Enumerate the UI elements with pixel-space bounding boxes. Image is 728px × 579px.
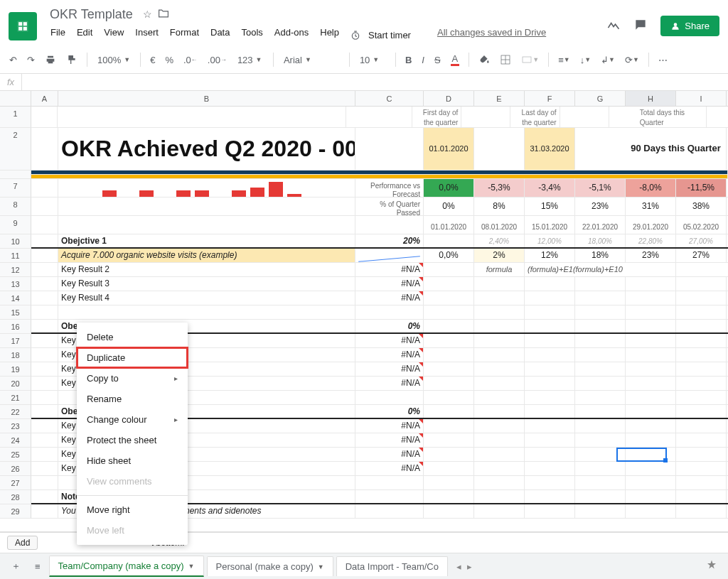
cell[interactable] (676, 419, 727, 433)
cell[interactable] (474, 277, 525, 291)
cell[interactable] (31, 320, 58, 332)
cell[interactable] (31, 448, 58, 461)
row-header[interactable]: 29 (0, 504, 31, 519)
cell[interactable]: 0,0% (424, 249, 474, 262)
cell[interactable]: Last day of the quarter (510, 107, 560, 127)
cell[interactable] (424, 476, 474, 489)
col-header-H[interactable]: H (626, 91, 676, 106)
cell[interactable]: #N/A (355, 263, 424, 276)
doc-title[interactable]: OKR Template (46, 6, 137, 23)
cell[interactable]: #N/A (355, 377, 424, 390)
col-header-G[interactable]: G (575, 91, 626, 106)
cell[interactable] (31, 334, 58, 347)
row-header[interactable]: 16 (0, 320, 31, 334)
cell[interactable] (676, 490, 727, 503)
cell[interactable] (525, 490, 575, 503)
row-header[interactable]: 17 (0, 334, 31, 348)
dec-increase-button[interactable]: .00→ (204, 52, 230, 68)
cell[interactable] (626, 334, 676, 347)
ctx-change-colour[interactable]: Change colour▸ (77, 409, 188, 430)
cell[interactable]: 18% (575, 249, 626, 262)
cell[interactable] (676, 476, 727, 489)
cell[interactable] (424, 462, 474, 475)
cell[interactable] (525, 377, 575, 390)
cell[interactable] (575, 462, 626, 475)
share-button[interactable]: Share (660, 16, 719, 36)
cell[interactable] (525, 433, 575, 447)
ctx-hide[interactable]: Hide sheet (77, 450, 188, 471)
borders-button[interactable] (496, 51, 515, 68)
cell[interactable] (58, 179, 355, 197)
cell[interactable] (676, 305, 727, 319)
cell[interactable] (626, 305, 676, 319)
cell[interactable]: (formula)+E1(formula)+E10 (525, 263, 676, 276)
cell[interactable] (626, 320, 676, 332)
cell[interactable] (676, 277, 727, 291)
cell[interactable] (626, 448, 676, 461)
cell[interactable]: Key Result 2 (58, 263, 355, 276)
cell[interactable] (626, 391, 676, 404)
row-header[interactable]: 22 (0, 405, 31, 419)
cell[interactable] (575, 476, 626, 489)
cell[interactable] (575, 391, 626, 404)
cell[interactable] (31, 197, 58, 215)
col-header-C[interactable]: C (355, 91, 424, 106)
v-align-button[interactable]: ↓▼ (577, 52, 594, 68)
cell[interactable] (58, 305, 355, 319)
cell[interactable] (31, 277, 58, 291)
menu-view[interactable]: View (99, 24, 129, 46)
cell[interactable]: #N/A (355, 348, 424, 362)
cell[interactable]: Key Result 4 (58, 291, 355, 305)
cell[interactable] (31, 249, 58, 262)
cell[interactable]: % of Quarter Passed (355, 197, 424, 215)
cell[interactable] (525, 448, 575, 461)
row-header[interactable]: 12 (0, 263, 31, 277)
cell[interactable] (355, 476, 424, 489)
menu-addons[interactable]: Add-ons (269, 24, 314, 46)
cell[interactable]: 22.01.2020 (575, 216, 626, 234)
cell[interactable] (31, 348, 58, 362)
cell[interactable] (626, 504, 676, 518)
cell[interactable] (575, 362, 626, 376)
row-header[interactable]: 23 (0, 419, 31, 433)
cell[interactable]: #N/A (355, 448, 424, 461)
cell[interactable]: 12% (525, 249, 575, 262)
percent-button[interactable]: % (161, 52, 177, 68)
row-header[interactable]: 2 (0, 128, 31, 171)
cell[interactable] (575, 405, 626, 418)
cell[interactable]: 2% (474, 249, 525, 262)
cell[interactable] (424, 277, 474, 291)
bold-button[interactable]: B (402, 52, 415, 68)
cell[interactable] (31, 462, 58, 475)
row-header[interactable]: 21 (0, 391, 31, 405)
cell[interactable]: 23% (626, 249, 676, 262)
cell[interactable] (58, 197, 355, 215)
cell[interactable] (676, 377, 727, 390)
cell[interactable] (525, 462, 575, 475)
merge-button[interactable]: ▼ (518, 51, 542, 68)
rotate-button[interactable]: ⟳▼ (621, 52, 643, 68)
menu-tools[interactable]: Tools (236, 24, 267, 46)
cell[interactable]: 01.01.2020 (424, 216, 474, 234)
cell[interactable]: -5,3% (474, 179, 525, 197)
cell[interactable] (355, 216, 424, 234)
cell[interactable]: 0,0% (424, 179, 474, 197)
menu-file[interactable]: File (46, 24, 70, 46)
cell[interactable] (474, 391, 525, 404)
cell[interactable] (676, 448, 727, 461)
col-header-E[interactable]: E (474, 91, 525, 106)
cell[interactable] (676, 348, 727, 362)
cell[interactable] (31, 490, 58, 503)
cell[interactable] (424, 362, 474, 376)
cell[interactable]: 22,80% (626, 234, 676, 247)
cell[interactable] (31, 263, 58, 276)
cell[interactable]: 0% (355, 320, 424, 332)
cell[interactable] (424, 405, 474, 418)
activity-icon[interactable] (606, 18, 621, 34)
cell[interactable] (461, 107, 510, 127)
cell[interactable] (355, 490, 424, 503)
cell[interactable] (31, 377, 58, 390)
cell[interactable] (626, 348, 676, 362)
cell[interactable]: -5,1% (575, 179, 626, 197)
cell[interactable] (676, 320, 727, 332)
